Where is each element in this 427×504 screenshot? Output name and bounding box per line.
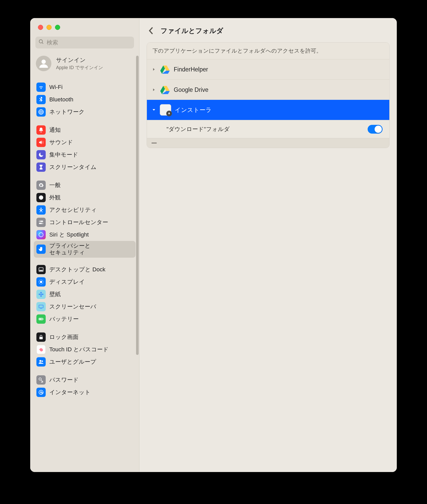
content-header: ファイルとフォルダ bbox=[147, 24, 390, 38]
moon-icon bbox=[36, 150, 46, 159]
accessibility-icon bbox=[36, 205, 46, 215]
sidebar-item-key[interactable]: パスワード bbox=[34, 374, 136, 386]
sidebar-item-at[interactable]: インターネット bbox=[34, 386, 136, 399]
speaker-icon bbox=[36, 138, 46, 147]
sidebar-item-label: Wi-Fi bbox=[49, 84, 62, 91]
svg-line-1 bbox=[42, 43, 43, 44]
avatar-icon bbox=[36, 56, 51, 71]
panel-caption: 下のアプリケーションにファイルとフォルダへのアクセスを許可。 bbox=[147, 43, 389, 59]
sidebar-item-wifi[interactable]: Wi-Fi bbox=[34, 81, 136, 93]
sidebar-item-label: 通知 bbox=[49, 127, 61, 133]
sidebar-item-label: Touch ID とパスコード bbox=[49, 346, 109, 353]
minimize-window-button[interactable] bbox=[46, 25, 52, 30]
sidebar-item-touchid[interactable]: Touch ID とパスコード bbox=[34, 343, 136, 356]
chevron-right-icon[interactable] bbox=[152, 88, 156, 92]
page-title: ファイルとフォルダ bbox=[161, 26, 223, 35]
sidebar-item-label: インターネット bbox=[49, 389, 91, 396]
sidebar-item-label: Siri と Spotlight bbox=[49, 231, 89, 238]
sidebar-item-label: スクリーンセーバ bbox=[49, 303, 96, 310]
svg-line-20 bbox=[39, 280, 40, 280]
users-icon bbox=[36, 357, 46, 367]
sidebar-item-label: ディスプレイ bbox=[49, 279, 85, 285]
sidebar-item-label: スクリーンタイム bbox=[49, 164, 97, 170]
sidebar-item-battery[interactable]: バッテリー bbox=[34, 313, 136, 325]
svg-point-27 bbox=[39, 294, 40, 295]
sign-in-title: サインイン bbox=[56, 56, 103, 64]
search-field[interactable] bbox=[35, 37, 134, 48]
sidebar-item-label: ロック画面 bbox=[49, 334, 78, 340]
dock-icon bbox=[36, 265, 46, 274]
sidebar-item-screensaver[interactable]: スクリーンセーバ bbox=[34, 300, 136, 313]
window-controls bbox=[30, 18, 139, 30]
svg-line-21 bbox=[43, 283, 43, 284]
chevron-down-icon[interactable] bbox=[152, 108, 156, 112]
touchid-icon bbox=[36, 345, 46, 354]
search-input[interactable] bbox=[47, 39, 131, 46]
settings-window: サインイン Apple ID でサインイン Wi-FiBluetoothネットワ… bbox=[30, 18, 397, 472]
sidebar-item-label: パスワード bbox=[49, 377, 79, 383]
sidebar-item-appearance[interactable]: 外観 bbox=[34, 191, 136, 204]
svg-point-11 bbox=[42, 223, 43, 224]
remove-button[interactable] bbox=[152, 143, 157, 143]
sidebar-item-label: コントロールセンター bbox=[49, 219, 108, 226]
sidebar-item-label: アクセシビリティ bbox=[49, 207, 97, 213]
app-row[interactable]: FinderHelper bbox=[147, 59, 389, 79]
svg-point-10 bbox=[39, 221, 41, 222]
sidebar-item-bell[interactable]: 通知 bbox=[34, 124, 136, 136]
sidebar: サインイン Apple ID でサインイン Wi-FiBluetoothネットワ… bbox=[30, 18, 139, 472]
zoom-window-button[interactable] bbox=[55, 25, 60, 30]
sidebar-item-speaker[interactable]: サウンド bbox=[34, 136, 136, 149]
at-icon bbox=[36, 388, 46, 397]
sign-in-subtitle: Apple ID でサインイン bbox=[56, 64, 103, 71]
svg-point-0 bbox=[39, 40, 43, 43]
app-name: Google Drive bbox=[174, 86, 208, 93]
sidebar-item-label: 壁紙 bbox=[49, 291, 61, 298]
apps-panel: 下のアプリケーションにファイルとフォルダへのアクセスを許可。 FinderHel… bbox=[147, 42, 390, 148]
app-row[interactable]: Google Drive bbox=[147, 80, 389, 100]
sidebar-item-lock[interactable]: ロック画面 bbox=[34, 331, 136, 343]
sidebar-item-switches[interactable]: コントロールセンター bbox=[34, 216, 136, 229]
sidebar-item-hourglass[interactable]: スクリーンタイム bbox=[34, 161, 136, 173]
permission-toggle[interactable] bbox=[368, 125, 383, 134]
sidebar-item-hand[interactable]: プライバシーと セキュリティ bbox=[34, 241, 136, 258]
sidebar-item-display[interactable]: ディスプレイ bbox=[34, 276, 136, 288]
chevron-right-icon[interactable] bbox=[152, 68, 156, 71]
svg-rect-33 bbox=[39, 319, 42, 320]
svg-point-12 bbox=[39, 233, 43, 237]
svg-point-2 bbox=[42, 60, 46, 64]
svg-point-7 bbox=[41, 208, 42, 209]
gear-icon bbox=[36, 181, 46, 190]
sidebar-item-users[interactable]: ユーザとグループ bbox=[34, 356, 136, 368]
close-window-button[interactable] bbox=[38, 25, 43, 30]
sidebar-item-network[interactable]: ネットワーク bbox=[34, 106, 136, 118]
svg-line-22 bbox=[43, 280, 43, 280]
sign-in-row[interactable]: サインイン Apple ID でサインイン bbox=[34, 53, 136, 75]
search-icon bbox=[38, 39, 44, 46]
hourglass-icon bbox=[36, 162, 46, 172]
svg-line-23 bbox=[39, 283, 40, 284]
svg-rect-32 bbox=[43, 319, 43, 320]
content-pane: ファイルとフォルダ 下のアプリケーションにファイルとフォルダへのアクセスを許可。… bbox=[139, 18, 397, 472]
sidebar-item-label: デスクトップと Dock bbox=[49, 266, 105, 273]
back-button[interactable] bbox=[147, 26, 155, 35]
lock-icon bbox=[36, 332, 46, 342]
svg-rect-14 bbox=[39, 270, 43, 271]
sidebar-scroll: サインイン Apple ID でサインイン Wi-FiBluetoothネットワ… bbox=[30, 53, 139, 472]
svg-rect-30 bbox=[40, 308, 42, 308]
sidebar-item-gear[interactable]: 一般 bbox=[34, 179, 136, 191]
sidebar-item-siri[interactable]: Siri と Spotlight bbox=[34, 229, 136, 241]
sidebar-scrollbar[interactable] bbox=[136, 56, 139, 355]
app-row[interactable]: インストーラ bbox=[147, 100, 389, 120]
sidebar-item-dock[interactable]: デスクトップと Dock bbox=[34, 263, 136, 276]
gdrive-icon bbox=[160, 85, 170, 95]
sidebar-item-wallpaper[interactable]: 壁紙 bbox=[34, 288, 136, 300]
installer-icon bbox=[160, 104, 171, 116]
display-icon bbox=[36, 277, 46, 287]
sidebar-item-bluetooth[interactable]: Bluetooth bbox=[34, 93, 136, 106]
svg-point-28 bbox=[42, 294, 44, 295]
svg-point-25 bbox=[40, 292, 42, 294]
battery-icon bbox=[36, 314, 46, 324]
sidebar-item-moon[interactable]: 集中モード bbox=[34, 149, 136, 161]
sidebar-item-accessibility[interactable]: アクセシビリティ bbox=[34, 204, 136, 216]
svg-point-26 bbox=[40, 295, 42, 297]
